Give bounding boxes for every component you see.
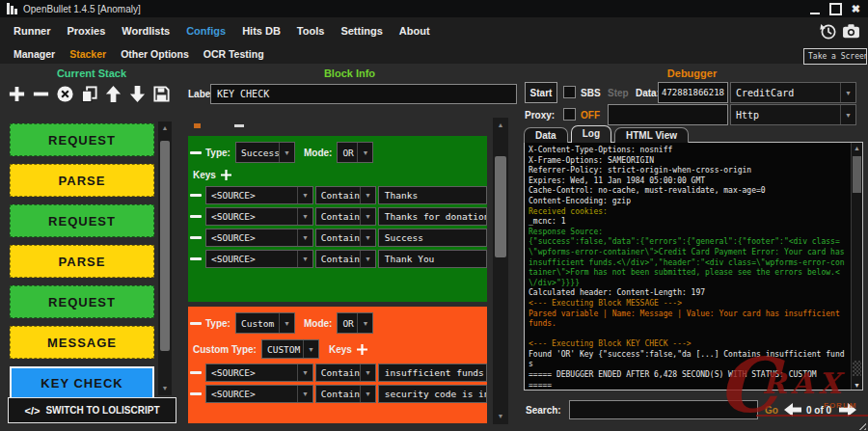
menu-runner[interactable]: Runner <box>14 25 51 37</box>
tab-log[interactable]: Log <box>571 125 611 143</box>
next-match-icon[interactable] <box>838 401 857 418</box>
key-term-input[interactable]: Success <box>378 229 487 247</box>
menu-hits-db[interactable]: Hits DB <box>242 25 281 37</box>
log-line <box>529 330 848 340</box>
scroll-up-icon[interactable]: ▲ <box>852 145 862 151</box>
previous-match-icon[interactable] <box>783 401 802 418</box>
keychain-type-dropdown[interactable]: Custom▼ <box>235 312 295 334</box>
key-condition-dropdown[interactable]: Contains▼ <box>315 186 376 204</box>
go-button[interactable]: Go <box>765 405 778 416</box>
chevron-down-icon: ▼ <box>360 229 375 246</box>
stack-block-parse-1[interactable]: PARSE <box>10 164 154 197</box>
stack-scrollbar-thumb[interactable] <box>160 141 170 351</box>
key-term-input[interactable]: security code is inval <box>378 385 487 403</box>
scroll-up-icon[interactable]: ▲ <box>158 123 172 133</box>
debug-data-input[interactable] <box>658 82 728 103</box>
tab-data[interactable]: Data <box>524 127 568 143</box>
debugger-tabs: Data Log HTML View <box>524 125 692 143</box>
window-resize-grip[interactable] <box>856 420 866 430</box>
take-screenshot-button[interactable]: Take a Screen <box>803 48 867 65</box>
key-condition-dropdown[interactable]: Contains▼ <box>315 385 376 403</box>
search-input[interactable] <box>569 400 758 419</box>
key-term-input[interactable]: Thank You <box>378 250 487 268</box>
scroll-up-icon[interactable]: ▲ <box>493 121 508 130</box>
proxy-checkbox[interactable] <box>563 108 576 121</box>
submenu-ocr-testing[interactable]: OCR Testing <box>203 48 264 60</box>
stack-block-key-check[interactable]: KEY CHECK <box>10 366 154 399</box>
submenu-other-options[interactable]: Other Options <box>121 48 189 60</box>
add-block-icon[interactable] <box>8 85 26 103</box>
key-source-dropdown[interactable]: <SOURCE>▼ <box>205 229 313 247</box>
switch-to-loliscript-button[interactable]: </> SWITCH TO LOLISCRIPT <box>8 397 176 423</box>
submenu-manager[interactable]: Manager <box>14 48 55 60</box>
block-label-input[interactable] <box>210 84 517 104</box>
start-button[interactable]: Start <box>525 82 557 103</box>
stack-block-message[interactable]: MESSAGE <box>10 326 154 359</box>
menu-about[interactable]: About <box>399 25 430 37</box>
block-info-scrollbar-thumb[interactable] <box>495 156 506 257</box>
key-source-dropdown[interactable]: <SOURCE>▼ <box>205 250 313 268</box>
remove-key-handle[interactable] <box>190 215 202 218</box>
stack-toolbar <box>8 85 171 103</box>
key-term-input[interactable]: insufficient funds <box>378 364 487 382</box>
remove-key-handle[interactable] <box>190 257 202 260</box>
key-source-dropdown[interactable]: <SOURCE>▼ <box>205 207 313 226</box>
menu-wordlists[interactable]: Wordlists <box>122 25 170 37</box>
keychain-mode-dropdown[interactable]: OR▼ <box>337 142 373 163</box>
close-icon[interactable]: ✖ <box>852 4 860 13</box>
key-condition-dropdown[interactable]: Contains▼ <box>315 364 376 382</box>
maximize-icon[interactable] <box>829 3 842 15</box>
key-term-input[interactable]: Thanks for donation <box>378 207 487 226</box>
camera-icon[interactable] <box>842 22 860 40</box>
tab-html-view[interactable]: HTML View <box>614 127 689 143</box>
key-condition-dropdown[interactable]: Contains▼ <box>315 250 376 268</box>
proxy-type-dropdown[interactable]: Http▼ <box>730 104 856 125</box>
remove-keychain-handle[interactable] <box>190 151 202 154</box>
menu-settings[interactable]: Settings <box>340 25 382 37</box>
keychain-type-dropdown[interactable]: Success▼ <box>235 142 295 163</box>
stack-block-parse-2[interactable]: PARSE <box>10 245 154 278</box>
scroll-down-icon[interactable]: ▼ <box>158 384 172 393</box>
key-source-dropdown[interactable]: <SOURCE>▼ <box>205 364 313 382</box>
remove-block-icon[interactable] <box>32 85 50 103</box>
stack-block-request-2[interactable]: REQUEST <box>10 204 154 237</box>
save-config-icon[interactable] <box>152 85 171 103</box>
key-condition-dropdown[interactable]: Contains▼ <box>315 207 376 226</box>
clear-stack-icon[interactable] <box>56 85 74 103</box>
add-key-icon[interactable] <box>357 344 367 355</box>
key-term-input[interactable]: Thanks <box>378 186 487 204</box>
scroll-down-icon[interactable]: ▼ <box>493 412 508 421</box>
menu-proxies[interactable]: Proxies <box>68 25 106 37</box>
stack-block-request-3[interactable]: REQUEST <box>10 285 154 318</box>
sbs-checkbox[interactable] <box>563 86 576 98</box>
stack-scrollbar[interactable]: ▲ ▼ <box>158 121 172 395</box>
move-down-icon[interactable] <box>128 85 147 103</box>
move-up-icon[interactable] <box>104 85 122 103</box>
scroll-down-icon[interactable]: ▼ <box>852 382 862 389</box>
log-scrollbar[interactable]: ▲ ▼ <box>851 143 862 390</box>
proxy-input[interactable] <box>608 104 728 125</box>
key-condition-dropdown[interactable]: Contains▼ <box>315 229 376 247</box>
step-button[interactable]: Step <box>608 88 629 98</box>
remove-key-handle[interactable] <box>190 194 202 197</box>
clone-block-icon[interactable] <box>80 85 98 103</box>
key-source-dropdown[interactable]: <SOURCE>▼ <box>205 385 313 403</box>
key-source-dropdown[interactable]: <SOURCE>▼ <box>205 186 313 204</box>
search-caption: Search: <box>526 405 561 416</box>
remove-key-handle[interactable] <box>190 236 202 239</box>
minimize-icon[interactable] <box>810 3 820 14</box>
custom-type-dropdown[interactable]: CUSTOM▼ <box>261 339 319 359</box>
add-key-icon[interactable] <box>221 170 231 180</box>
wordlist-type-dropdown[interactable]: CreditCard▼ <box>730 82 856 103</box>
remove-keychain-handle[interactable] <box>190 322 202 325</box>
menu-tools[interactable]: Tools <box>297 25 325 37</box>
stack-block-request-1[interactable]: REQUEST <box>10 123 154 156</box>
block-info-scrollbar[interactable]: ▲ ▼ <box>493 118 508 424</box>
remove-key-handle[interactable] <box>190 371 202 374</box>
remove-key-handle[interactable] <box>190 392 202 395</box>
menu-configs[interactable]: Configs <box>186 25 226 37</box>
keychain-mode-dropdown[interactable]: OR▼ <box>337 312 373 334</box>
log-scrollbar-thumb[interactable] <box>853 156 861 193</box>
history-icon[interactable] <box>819 22 837 40</box>
submenu-stacker[interactable]: Stacker <box>69 48 106 60</box>
